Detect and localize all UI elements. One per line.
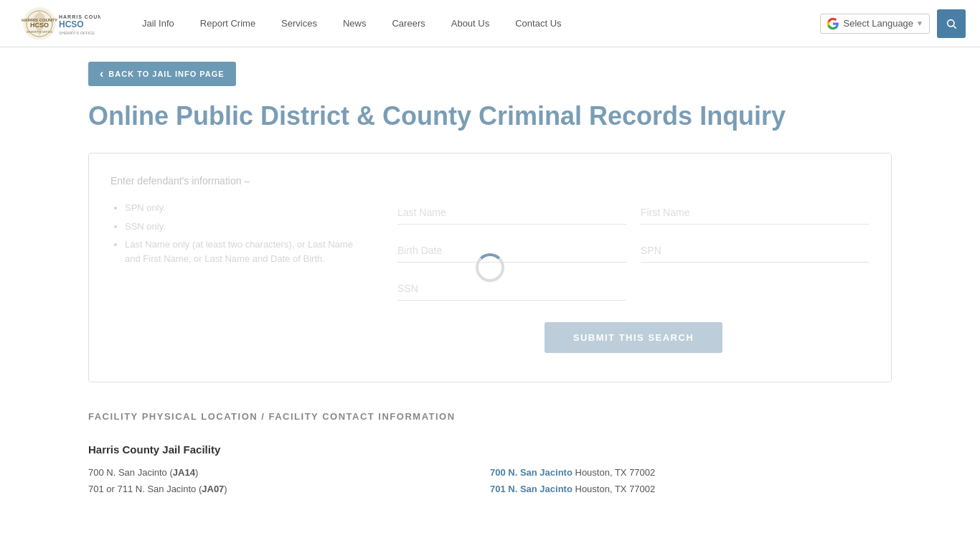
address-right-1: 700 N. San Jacinto Houston, TX 77002 <box>490 467 892 478</box>
address-code-ja14: JA14 <box>173 467 195 478</box>
address-left-1-text: 700 N. San Jacinto ( <box>88 467 173 478</box>
translate-label: Select Language <box>844 18 914 29</box>
address-left-1-close: ) <box>195 467 198 478</box>
facility-section-heading: FACILITY PHYSICAL LOCATION / FACILITY CO… <box>88 411 892 422</box>
nav-report-crime[interactable]: Report Crime <box>187 0 268 47</box>
nav-contact-us[interactable]: Contact Us <box>502 0 574 47</box>
address-row-1: 700 N. San Jacinto (JA14) 700 N. San Jac… <box>88 467 892 478</box>
svg-line-10 <box>953 26 956 29</box>
svg-text:HCSO: HCSO <box>30 22 49 29</box>
search-button[interactable] <box>937 9 966 38</box>
address-city-2: Houston, TX 77002 <box>573 484 655 494</box>
address-city-1: Houston, TX 77002 <box>573 467 655 478</box>
site-logo[interactable]: HARRIS COUNTY HCSO SHERIFF'S OFFICE HARR… <box>14 6 100 42</box>
address-row-2: 701 or 711 N. San Jacinto (JA07) 701 N. … <box>88 484 892 494</box>
svg-text:HCSO: HCSO <box>59 19 84 29</box>
svg-text:SHERIFF'S OFFICE: SHERIFF'S OFFICE <box>59 31 95 35</box>
search-form-card: Enter defendant's information – SPN only… <box>88 153 892 382</box>
address-link-2[interactable]: 701 N. San Jacinto <box>490 484 573 494</box>
page-title: Online Public District & County Criminal… <box>88 100 892 131</box>
address-code-ja07: JA07 <box>202 484 224 494</box>
svg-text:SHERIFF'S OFFICE: SHERIFF'S OFFICE <box>27 30 53 34</box>
nav-news[interactable]: News <box>330 0 380 47</box>
address-link-1[interactable]: 700 N. San Jacinto <box>490 467 573 478</box>
address-right-2: 701 N. San Jacinto Houston, TX 77002 <box>490 484 892 494</box>
svg-point-9 <box>948 19 954 26</box>
facility-name: Harris County Jail Facility <box>88 443 892 456</box>
nav-jail-info[interactable]: Jail Info <box>129 0 187 47</box>
main-content: BACK TO JAIL INFO PAGE Online Public Dis… <box>60 47 920 529</box>
nav-about-us[interactable]: About Us <box>438 0 502 47</box>
back-to-jail-info-button[interactable]: BACK TO JAIL INFO PAGE <box>88 62 236 86</box>
logo-area[interactable]: HARRIS COUNTY HCSO SHERIFF'S OFFICE HARR… <box>14 6 100 42</box>
header-right: Select Language ▼ <box>820 9 966 38</box>
facility-section: FACILITY PHYSICAL LOCATION / FACILITY CO… <box>88 411 892 494</box>
main-nav: Jail Info Report Crime Services News Car… <box>129 0 820 47</box>
translate-dropdown-arrow[interactable]: ▼ <box>916 19 923 27</box>
address-left-2-close: ) <box>224 484 227 494</box>
loading-overlay <box>89 154 891 382</box>
address-left-2-text: 701 or 711 N. San Jacinto ( <box>88 484 202 494</box>
nav-services[interactable]: Services <box>268 0 330 47</box>
language-selector[interactable]: Select Language ▼ <box>820 14 930 34</box>
nav-careers[interactable]: Careers <box>379 0 438 47</box>
address-left-1: 700 N. San Jacinto (JA14) <box>88 467 490 478</box>
address-left-2: 701 or 711 N. San Jacinto (JA07) <box>88 484 490 494</box>
svg-text:HARRIS COUNTY: HARRIS COUNTY <box>59 14 100 19</box>
loading-spinner <box>476 253 504 282</box>
site-header: HARRIS COUNTY HCSO SHERIFF'S OFFICE HARR… <box>0 0 980 47</box>
